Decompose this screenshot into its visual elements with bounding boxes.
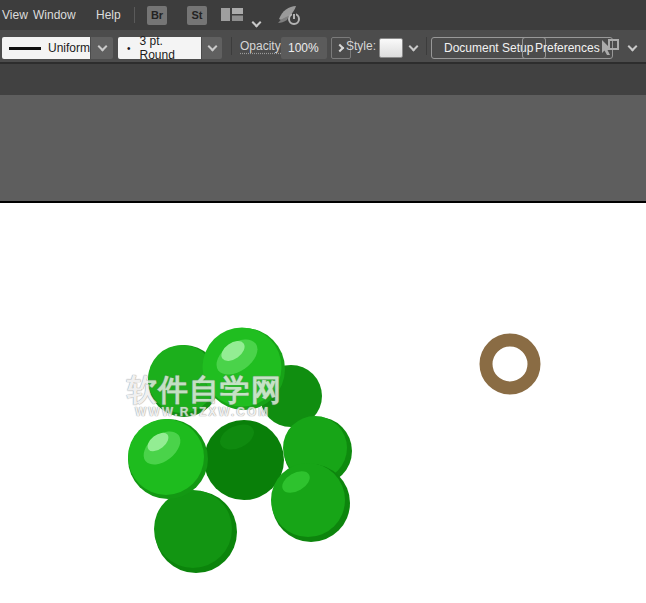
control-separator (231, 37, 232, 55)
brush-dropdown-button[interactable] (202, 37, 222, 59)
brown-ring[interactable] (486, 340, 534, 388)
illustrator-window: { "menu_bar": { "items": [ { "label": "V… (0, 0, 646, 603)
menu-separator (134, 7, 135, 23)
pasteboard[interactable] (0, 95, 646, 201)
gpu-performance-icon[interactable] (277, 5, 301, 30)
menu-window[interactable]: Window (33, 0, 76, 30)
control-bar: Uniform • 3 pt. Round Opacity: 100% Styl… (0, 30, 646, 62)
stroke-profile-select[interactable]: Uniform (2, 37, 90, 59)
artboard-canvas[interactable] (0, 203, 646, 603)
stroke-profile-preview (9, 47, 41, 50)
style-label: Style: (346, 30, 376, 62)
workspace-switcher-icon[interactable] (221, 8, 244, 26)
panel-dock-band (0, 62, 646, 95)
workspace-chevron-icon[interactable] (253, 12, 260, 30)
select-similar-icon[interactable] (598, 39, 620, 59)
stroke-profile-value: Uniform (48, 41, 90, 55)
control-separator-2 (426, 37, 427, 55)
brush-value: 3 pt. Round (140, 34, 201, 62)
brush-select[interactable]: • 3 pt. Round (118, 37, 201, 59)
pea-bottom[interactable] (154, 490, 232, 568)
style-dropdown-button[interactable] (405, 37, 421, 59)
bridge-button[interactable]: Br (147, 6, 167, 25)
style-swatch[interactable] (379, 38, 403, 58)
artboard[interactable]: 软件自学网 WWW.RJZXW.COM (0, 203, 646, 603)
opacity-label[interactable]: Opacity: (240, 30, 284, 62)
brush-bullet: • (127, 43, 131, 54)
opacity-input[interactable]: 100% (281, 37, 327, 59)
menu-bar: View Window Help Br St (0, 0, 646, 30)
menu-help[interactable]: Help (96, 0, 121, 30)
stock-button[interactable]: St (187, 6, 207, 25)
stroke-profile-dropdown-button[interactable] (91, 37, 113, 59)
select-similar-chevron-icon[interactable] (624, 37, 640, 59)
menu-view[interactable]: View (2, 0, 28, 30)
